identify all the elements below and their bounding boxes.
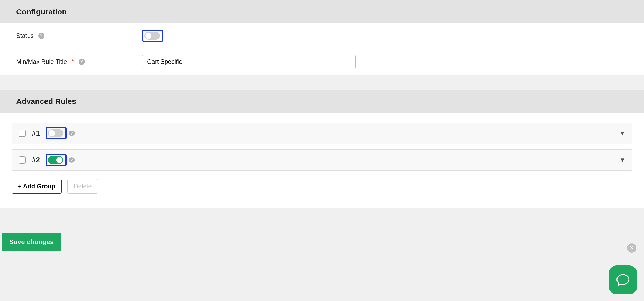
advanced-rules-body: #1 ? ▼ #2 ? ▼ [0,113,644,208]
rule-toggle-highlight [46,127,67,139]
title-label: Min/Max Rule Title [16,58,67,65]
close-icon[interactable]: ✕ [627,243,636,253]
rule-number: #2 [32,156,40,164]
status-label-wrap: Status ? [16,32,142,39]
save-changes-button[interactable]: Save changes [2,233,61,251]
rule-toggle[interactable] [48,156,63,164]
help-icon[interactable]: ? [69,157,75,163]
status-row: Status ? [0,23,644,48]
rule-toggle[interactable] [48,129,63,137]
help-icon[interactable]: ? [79,59,85,65]
advanced-rules-header: Advanced Rules [0,90,644,113]
chat-icon [616,273,630,287]
help-icon[interactable]: ? [69,131,75,136]
configuration-header: Configuration [0,0,644,23]
rule-checkbox[interactable] [19,130,26,137]
rule-number: #1 [32,129,40,137]
status-toggle[interactable] [144,32,160,40]
title-row: Min/Max Rule Title * ? [0,48,644,75]
help-icon[interactable]: ? [38,33,44,39]
rule-checkbox[interactable] [19,156,26,164]
chevron-down-icon[interactable]: ▼ [619,156,625,164]
rule-toggle-highlight [46,154,67,166]
rule-actions: + Add Group Delete [12,179,632,194]
status-toggle-highlight [142,30,163,42]
add-group-button[interactable]: + Add Group [12,179,62,194]
rule-row[interactable]: #1 ? ▼ [12,123,632,144]
delete-button: Delete [67,179,98,194]
advanced-rules-panel: Advanced Rules #1 ? ▼ #2 [0,90,644,208]
status-label: Status [16,32,34,39]
rule-row[interactable]: #2 ? ▼ [12,149,632,171]
required-asterisk: * [71,58,74,65]
rule-title-input[interactable] [142,55,356,69]
configuration-panel: Configuration Status ? Min/Max Rule Titl… [0,0,644,75]
title-label-wrap: Min/Max Rule Title * ? [16,58,142,65]
chat-fab[interactable] [609,265,637,294]
chevron-down-icon[interactable]: ▼ [619,130,625,137]
